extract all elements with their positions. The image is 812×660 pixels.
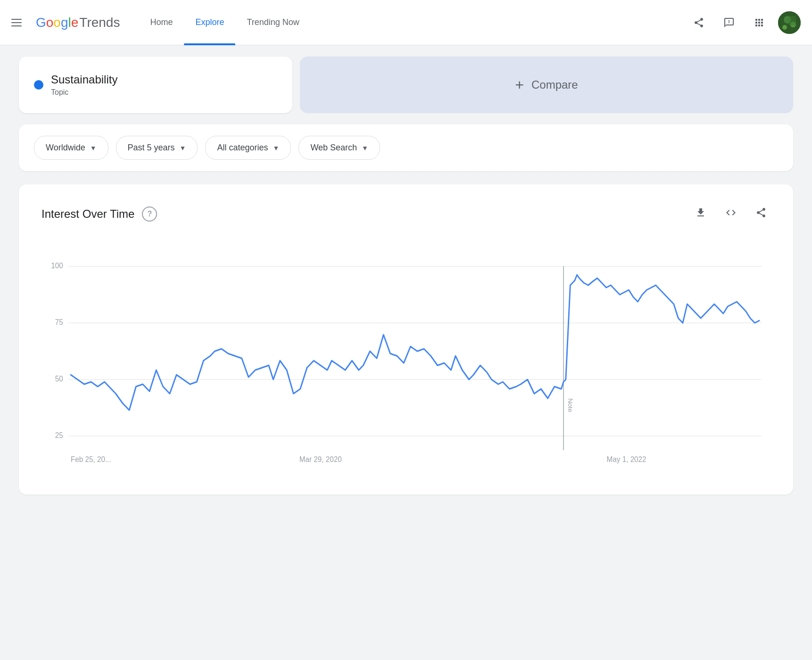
- filters-bar: Worldwide ▼ Past 5 years ▼ All categorie…: [19, 124, 793, 171]
- apps-icon: [754, 17, 765, 28]
- logo-o2: o: [53, 15, 61, 30]
- feedback-icon: [723, 17, 735, 28]
- main-content: Sustainability Topic + Compare Worldwide…: [0, 45, 812, 506]
- x-label-end: May 1, 2022: [607, 455, 646, 463]
- header: Google Trends Home Explore Trending Now: [0, 0, 812, 45]
- filter-region[interactable]: Worldwide ▼: [34, 136, 108, 160]
- logo-trends-text: Trends: [79, 15, 120, 30]
- filter-region-label: Worldwide: [46, 143, 85, 153]
- share-icon: [693, 17, 704, 28]
- chart-title-area: Interest Over Time ?: [41, 206, 157, 222]
- search-area: Sustainability Topic + Compare: [19, 57, 793, 113]
- chart-actions: [691, 203, 771, 225]
- search-text: Sustainability Topic: [51, 73, 117, 97]
- chart-header: Interest Over Time ?: [41, 203, 771, 225]
- search-dot: [34, 80, 43, 90]
- main-nav: Home Explore Trending Now: [139, 0, 688, 45]
- y-label-75: 75: [55, 318, 63, 326]
- search-term: Sustainability: [51, 73, 117, 86]
- logo-g2: g: [61, 15, 68, 30]
- note-label: Note: [567, 398, 574, 412]
- compare-plus-icon: +: [515, 76, 524, 94]
- svg-point-3: [782, 25, 787, 30]
- menu-icon[interactable]: [11, 13, 30, 32]
- nav-home[interactable]: Home: [139, 0, 184, 45]
- chart-section: Interest Over Time ?: [19, 184, 793, 495]
- filter-time-arrow: ▼: [180, 144, 186, 152]
- filter-search-type[interactable]: Web Search ▼: [298, 136, 380, 160]
- help-icon[interactable]: ?: [142, 206, 157, 222]
- nav-trending[interactable]: Trending Now: [235, 0, 310, 45]
- embed-icon[interactable]: [721, 203, 740, 225]
- logo-e: e: [71, 15, 79, 30]
- logo-o1: o: [46, 15, 54, 30]
- apps-button[interactable]: [748, 11, 771, 34]
- filter-category-label: All categories: [217, 143, 268, 153]
- y-label-50: 50: [55, 375, 63, 383]
- chart-container: 100 75 50 25 Note Feb 25, 20... Mar 29, …: [41, 248, 771, 476]
- svg-rect-4: [788, 16, 796, 25]
- filter-time-label: Past 5 years: [128, 143, 175, 153]
- y-label-25: 25: [55, 431, 63, 439]
- filter-category-arrow: ▼: [273, 144, 280, 152]
- logo-g: G: [36, 15, 46, 30]
- nav-explore[interactable]: Explore: [184, 0, 235, 45]
- filter-time[interactable]: Past 5 years ▼: [116, 136, 198, 160]
- filter-search-type-label: Web Search: [310, 143, 357, 153]
- chart-share-icon[interactable]: [752, 203, 771, 225]
- share-button[interactable]: [688, 11, 710, 34]
- chart-title: Interest Over Time: [41, 207, 134, 221]
- y-label-100: 100: [51, 262, 63, 270]
- search-type: Topic: [51, 88, 117, 97]
- help-label: ?: [148, 210, 152, 218]
- avatar-image: [778, 11, 801, 34]
- compare-label: Compare: [531, 78, 578, 91]
- x-label-start: Feb 25, 20...: [71, 455, 111, 463]
- x-label-mid: Mar 29, 2020: [299, 455, 342, 463]
- filter-region-arrow: ▼: [90, 144, 97, 152]
- filter-category[interactable]: All categories ▼: [205, 136, 291, 160]
- feedback-button[interactable]: [718, 11, 740, 34]
- interest-chart: 100 75 50 25 Note Feb 25, 20... Mar 29, …: [41, 248, 771, 474]
- download-icon[interactable]: [691, 203, 710, 225]
- logo[interactable]: Google Trends: [36, 15, 120, 30]
- header-actions: [688, 11, 801, 34]
- compare-box[interactable]: + Compare: [300, 57, 793, 113]
- search-box: Sustainability Topic: [19, 57, 292, 113]
- filter-search-type-arrow: ▼: [362, 144, 368, 152]
- avatar[interactable]: [778, 11, 801, 34]
